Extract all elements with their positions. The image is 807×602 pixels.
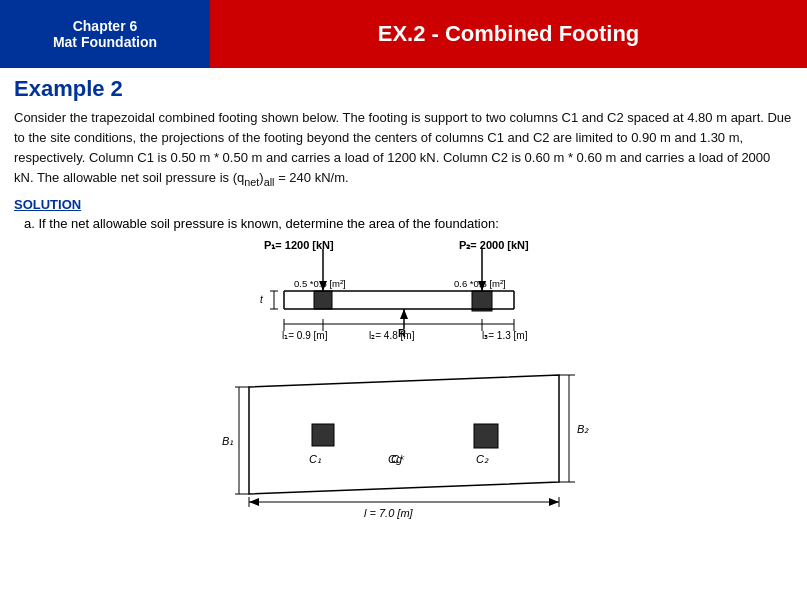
svg-marker-50 [549,498,559,506]
svg-text:C₁: C₁ [309,453,321,465]
svg-text:l = 7.0 [m]: l = 7.0 [m] [364,507,414,519]
example-title: Example 2 [14,76,793,102]
svg-rect-40 [312,424,334,446]
svg-rect-0 [314,291,332,309]
top-diagram: P₁= 1200 [kN] R P₂= 2000 [kN] 0.5 *0.5 [… [194,239,614,367]
svg-text:Cg: Cg [388,453,403,465]
svg-text:P₂= 2000 [kN]: P₂= 2000 [kN] [459,239,529,251]
svg-text:0.5 *0.5 [m²]: 0.5 *0.5 [m²] [294,278,346,289]
svg-text:C₂: C₂ [476,453,489,465]
svg-rect-1 [472,291,492,311]
svg-marker-11 [400,309,408,319]
page-header: Chapter 6 Mat Foundation EX.2 - Combined… [0,0,807,68]
problem-text: Consider the trapezoidal combined footin… [14,108,793,191]
solution-link[interactable]: SOLUTION [14,197,793,212]
svg-text:l₃= 1.3 [m]: l₃= 1.3 [m] [482,330,528,341]
svg-text:B₂: B₂ [577,423,589,435]
svg-marker-31 [249,375,559,494]
chapter-title: Chapter 6 Mat Foundation [53,18,157,50]
svg-text:l₂= 4.8 [m]: l₂= 4.8 [m] [369,330,415,341]
svg-text:l₁= 0.9 [m]: l₁= 0.9 [m] [282,330,328,341]
part-a-text: a. If the net allowable soil pressure is… [24,216,793,231]
svg-marker-49 [249,498,259,506]
svg-text:B₁: B₁ [222,435,233,447]
chapter-label: Chapter 6 Mat Foundation [0,0,210,68]
svg-text:P₁= 1200 [kN]: P₁= 1200 [kN] [264,239,334,251]
diagrams-container: P₁= 1200 [kN] R P₂= 2000 [kN] 0.5 *0.5 [… [14,239,793,522]
svg-text:0.6 *0.6 [m²]: 0.6 *0.6 [m²] [454,278,506,289]
example-label: EX.2 - Combined Footing [210,0,807,68]
main-content: Example 2 Consider the trapezoidal combi… [0,68,807,530]
svg-rect-42 [474,424,498,448]
svg-text:t: t [260,294,264,305]
bottom-diagram: B₁ B₂ C₁ C₂ Cᵏ Cg l = 7.0 [m] [194,367,614,522]
